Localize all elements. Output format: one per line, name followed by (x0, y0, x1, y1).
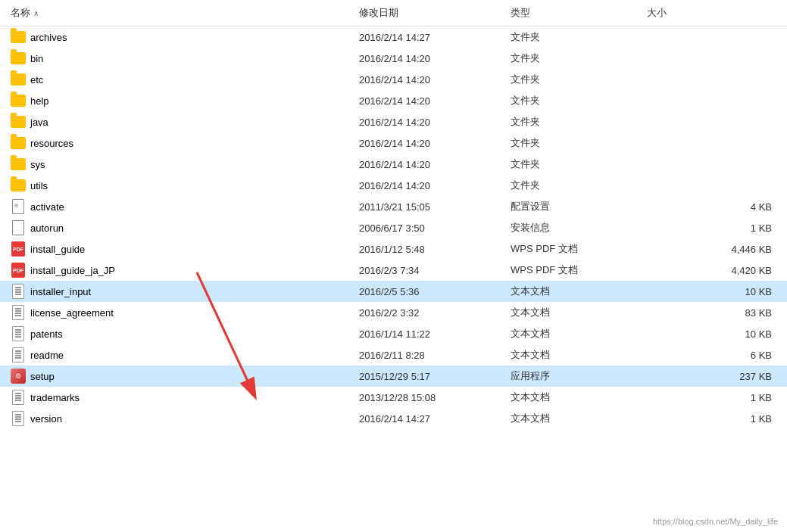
size-cell (644, 120, 787, 123)
file-name: installer_input (30, 286, 91, 297)
table-row[interactable]: license_agreement 2016/2/2 3:32 文本文档 83 … (0, 302, 787, 323)
col-date-label: 修改日期 (359, 6, 398, 20)
file-name: sys (30, 159, 45, 170)
size-cell: 4 KB (644, 200, 787, 214)
table-row[interactable]: archives 2016/2/14 14:27 文件夹 (0, 26, 787, 48)
table-row[interactable]: java 2016/2/14 14:20 文件夹 (0, 111, 787, 132)
txt-icon (11, 411, 26, 426)
name-cell: readme (8, 347, 356, 362)
table-row[interactable]: etc 2016/2/14 14:20 文件夹 (0, 69, 787, 90)
folder-icon (11, 93, 26, 108)
txt-icon (11, 305, 26, 320)
table-row[interactable]: autorun 2006/6/17 3:50 安装信息 1 KB (0, 217, 787, 238)
date-cell: 2016/2/5 5:36 (356, 285, 507, 299)
size-cell: 6 KB (644, 348, 787, 362)
name-cell: version (8, 411, 356, 426)
type-cell: 文件夹 (507, 114, 644, 130)
table-header: 名称 ∧ 修改日期 类型 大小 (0, 0, 787, 26)
date-cell: 2016/2/14 14:20 (356, 115, 507, 129)
file-name: patents (30, 328, 63, 340)
date-cell: 2016/1/14 11:22 (356, 327, 507, 341)
table-row[interactable]: patents 2016/1/14 11:22 文本文档 10 KB (0, 323, 787, 344)
sort-arrow: ∧ (33, 9, 39, 17)
file-name: autorun (30, 222, 64, 234)
txt-icon (11, 390, 26, 405)
file-list: archives 2016/2/14 14:27 文件夹 bin 2016/2/… (0, 26, 787, 429)
date-cell: 2006/6/17 3:50 (356, 221, 507, 235)
table-row[interactable]: PDF install_guide_ja_JP 2016/2/3 7:34 WP… (0, 260, 787, 281)
size-cell (644, 78, 787, 81)
table-row[interactable]: readme 2016/2/11 8:28 文本文档 6 KB (0, 344, 787, 366)
type-cell: 文件夹 (507, 71, 644, 88)
size-cell: 10 KB (644, 327, 787, 341)
file-name: trademarks (30, 392, 80, 403)
name-cell: sys (8, 157, 356, 172)
date-cell: 2011/3/21 15:05 (356, 200, 507, 214)
file-name: install_guide (30, 244, 85, 255)
name-cell: utils (8, 178, 356, 193)
type-cell: 安装信息 (507, 219, 644, 236)
txt-icon (11, 326, 26, 341)
file-name: archives (30, 32, 67, 43)
name-cell: autorun (8, 220, 356, 235)
table-row[interactable]: ⚙ setup 2015/12/29 5:17 应用程序 237 KB (0, 366, 787, 387)
size-cell (644, 184, 787, 187)
date-cell: 2016/2/14 14:20 (356, 73, 507, 87)
type-cell: 文件夹 (507, 50, 644, 67)
type-cell: 文本文档 (507, 347, 644, 363)
size-cell: 10 KB (644, 285, 787, 299)
type-cell: 文件夹 (507, 156, 644, 173)
file-name: install_guide_ja_JP (30, 265, 115, 276)
file-explorer: 名称 ∧ 修改日期 类型 大小 archives 2016/2/14 14:27… (0, 0, 787, 532)
table-row[interactable]: activate 2011/3/21 15:05 配置设置 4 KB (0, 196, 787, 217)
file-name: license_agreement (30, 307, 114, 319)
table-row[interactable]: trademarks 2013/12/28 15:08 文本文档 1 KB (0, 387, 787, 408)
type-cell: WPS PDF 文档 (507, 262, 644, 278)
table-row[interactable]: sys 2016/2/14 14:20 文件夹 (0, 154, 787, 175)
type-cell: 文本文档 (507, 325, 644, 342)
txt-icon (11, 284, 26, 299)
pdf-icon: PDF (11, 241, 26, 257)
file-name: etc (30, 74, 43, 86)
col-date[interactable]: 修改日期 (356, 5, 507, 21)
name-cell: bin (8, 51, 356, 66)
date-cell: 2016/1/12 5:48 (356, 242, 507, 257)
date-cell: 2016/2/14 14:20 (356, 136, 507, 151)
size-cell (644, 99, 787, 102)
size-cell: 1 KB (644, 412, 787, 426)
table-row[interactable]: bin 2016/2/14 14:20 文件夹 (0, 48, 787, 69)
type-cell: 文本文档 (507, 283, 644, 300)
date-cell: 2013/12/28 15:08 (356, 390, 507, 405)
inf-icon (11, 220, 26, 235)
size-cell: 237 KB (644, 369, 787, 384)
name-cell: PDF install_guide_ja_JP (8, 263, 356, 278)
date-cell: 2016/2/11 8:28 (356, 348, 507, 362)
col-name[interactable]: 名称 ∧ (8, 5, 356, 21)
table-row[interactable]: installer_input 2016/2/5 5:36 文本文档 10 KB (0, 281, 787, 302)
name-cell: java (8, 114, 356, 129)
size-cell: 1 KB (644, 221, 787, 235)
file-name: java (30, 117, 48, 128)
table-row[interactable]: utils 2016/2/14 14:20 文件夹 (0, 175, 787, 196)
table-row[interactable]: version 2016/2/14 14:27 文本文档 1 KB (0, 408, 787, 429)
type-cell: 文本文档 (507, 410, 644, 427)
folder-icon (11, 135, 26, 151)
file-name: version (30, 413, 62, 425)
table-row[interactable]: PDF install_guide 2016/1/12 5:48 WPS PDF… (0, 238, 787, 260)
folder-icon (11, 72, 26, 87)
config-icon (11, 199, 26, 214)
date-cell: 2016/2/14 14:27 (356, 412, 507, 426)
type-cell: 文件夹 (507, 177, 644, 194)
type-cell: 文件夹 (507, 29, 644, 45)
table-row[interactable]: help 2016/2/14 14:20 文件夹 (0, 90, 787, 111)
col-size[interactable]: 大小 (644, 5, 787, 21)
name-cell: installer_input (8, 284, 356, 299)
col-type[interactable]: 类型 (507, 5, 644, 21)
type-cell: 文件夹 (507, 92, 644, 109)
date-cell: 2016/2/14 14:20 (356, 51, 507, 66)
txt-icon (11, 347, 26, 362)
size-cell: 4,446 KB (644, 242, 787, 257)
name-cell: patents (8, 326, 356, 341)
table-row[interactable]: resources 2016/2/14 14:20 文件夹 (0, 132, 787, 154)
date-cell: 2016/2/14 14:20 (356, 179, 507, 193)
